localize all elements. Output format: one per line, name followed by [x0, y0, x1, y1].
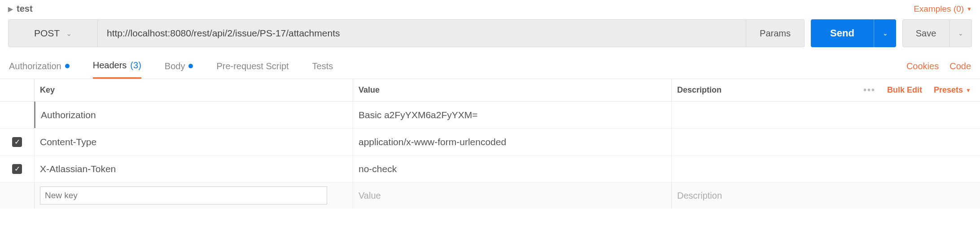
tab-tests[interactable]: Tests: [312, 53, 333, 79]
headers-table: Key Value Description ••• Bulk Edit Pres…: [0, 79, 980, 209]
checkbox-checked-icon: ✓: [12, 137, 22, 147]
params-label: Params: [760, 28, 791, 39]
http-method-select[interactable]: POST ⌄: [8, 19, 98, 47]
more-icon[interactable]: •••: [863, 85, 875, 95]
header-description[interactable]: [671, 102, 841, 128]
tab-count: (3): [130, 60, 141, 71]
url-input[interactable]: http://localhost:8080/rest/api/2/issue/P…: [98, 19, 746, 47]
save-dropdown[interactable]: ⌄: [949, 19, 972, 47]
header-description[interactable]: [671, 156, 841, 182]
new-value-placeholder[interactable]: Value: [353, 182, 671, 209]
row-checkbox[interactable]: ✓: [0, 137, 34, 147]
presets-label: Presets: [934, 85, 963, 95]
examples-label: Examples (0): [914, 4, 964, 14]
dot-indicator-icon: [65, 64, 70, 68]
chevron-down-icon: ⌄: [883, 30, 888, 37]
col-header-value: Value: [353, 79, 671, 101]
table-row[interactable]: Authorization Basic a2FyYXM6a2FyYXM=: [0, 102, 980, 129]
header-key[interactable]: Authorization: [34, 102, 353, 128]
code-link[interactable]: Code: [949, 61, 971, 71]
tab-body[interactable]: Body: [165, 53, 193, 79]
tab-label: Headers: [93, 60, 127, 71]
breadcrumb[interactable]: ▶ test: [8, 4, 33, 14]
table-row[interactable]: ✓ X-Atlassian-Token no-check: [0, 156, 980, 182]
send-dropdown[interactable]: ⌄: [874, 19, 896, 47]
caret-down-icon: ▼: [966, 87, 971, 93]
tab-label: Tests: [312, 61, 333, 71]
dot-indicator-icon: [188, 64, 193, 68]
caret-right-icon: ▶: [8, 5, 13, 13]
header-value[interactable]: no-check: [353, 156, 671, 182]
cookies-link[interactable]: Cookies: [906, 61, 939, 71]
header-key[interactable]: X-Atlassian-Token: [34, 156, 353, 182]
params-button[interactable]: Params: [746, 19, 805, 47]
caret-down-icon: ▼: [967, 6, 972, 12]
presets-dropdown[interactable]: Presets ▼: [934, 85, 971, 95]
tab-prerequest[interactable]: Pre-request Script: [216, 53, 289, 79]
checkbox-checked-icon: ✓: [12, 164, 22, 174]
table-header: Key Value Description ••• Bulk Edit Pres…: [0, 79, 980, 102]
header-key[interactable]: Content-Type: [34, 129, 353, 155]
chevron-down-icon: ⌄: [958, 30, 963, 37]
send-label: Send: [830, 27, 854, 39]
new-desc-placeholder[interactable]: Description: [671, 182, 841, 209]
tab-authorization[interactable]: Authorization: [9, 53, 70, 79]
row-checkbox[interactable]: ✓: [0, 164, 34, 174]
header-value[interactable]: Basic a2FyYXM6a2FyYXM=: [353, 102, 671, 128]
tab-label: Authorization: [9, 61, 61, 71]
url-text: http://localhost:8080/rest/api/2/issue/P…: [107, 28, 340, 39]
method-label: POST: [34, 28, 60, 39]
breadcrumb-title: test: [17, 4, 33, 14]
tab-label: Pre-request Script: [216, 61, 289, 71]
header-description[interactable]: [671, 129, 841, 155]
save-button[interactable]: Save: [902, 19, 949, 47]
examples-dropdown[interactable]: Examples (0) ▼: [914, 4, 972, 14]
save-label: Save: [916, 28, 936, 39]
new-key-input[interactable]: [40, 187, 327, 205]
bulk-edit-link[interactable]: Bulk Edit: [887, 85, 922, 95]
new-header-row: Value Description: [0, 182, 980, 209]
table-row[interactable]: ✓ Content-Type application/x-www-form-ur…: [0, 129, 980, 156]
send-button[interactable]: Send: [811, 19, 874, 47]
header-value[interactable]: application/x-www-form-urlencoded: [353, 129, 671, 155]
tab-label: Body: [165, 61, 185, 71]
col-header-key: Key: [34, 79, 353, 101]
tab-headers[interactable]: Headers (3): [93, 53, 141, 79]
chevron-down-icon: ⌄: [66, 29, 72, 38]
col-header-description: Description: [671, 79, 841, 101]
